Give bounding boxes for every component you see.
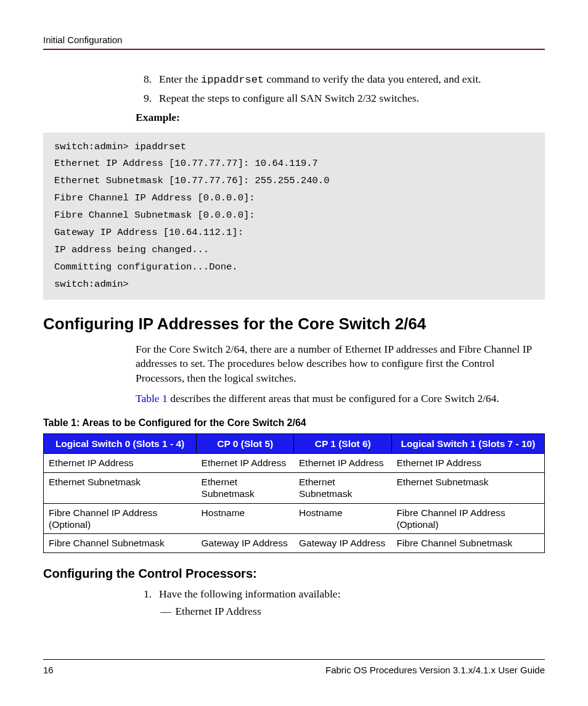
body-indent-block-2: For the Core Switch 2/64, there are a nu… [136, 342, 545, 407]
table-cell: Fibre Channel IP Address (Optional) [44, 503, 197, 534]
config-areas-table: Logical Switch 0 (Slots 1 - 4) CP 0 (Slo… [43, 433, 545, 553]
table-cell: Ethernet IP Address [197, 454, 294, 472]
sub-item-text: Ethernet IP Address [175, 605, 261, 617]
step-number: 9. [136, 91, 152, 106]
page-number: 16 [43, 665, 54, 675]
header-divider [43, 49, 545, 50]
table-caption: Table 1: Areas to be Configured for the … [43, 417, 545, 429]
col-header: Logical Switch 1 (Slots 7 - 10) [391, 434, 544, 454]
step-text-post: command to verify the data you entered, … [264, 73, 481, 85]
paragraph: Table 1 describes the different areas th… [136, 392, 545, 406]
table-cell: Hostname [294, 503, 391, 534]
table-ref-link[interactable]: Table 1 [136, 392, 168, 404]
paragraph-rest: describes the different areas that must … [168, 392, 499, 404]
col-header: CP 0 (Slot 5) [197, 434, 294, 454]
step-text: Repeat the steps to configure all SAN Sw… [159, 91, 545, 106]
example-label: Example: [136, 111, 545, 124]
doc-title: Fabric OS Procedures Version 3.1.x/4.1.x… [325, 665, 545, 675]
table-cell: Gateway IP Address [294, 534, 391, 552]
body-indent-block-3: 1. Have the following information availa… [136, 587, 545, 618]
table-cell: Ethernet IP Address [391, 454, 544, 472]
table-row: Ethernet Subnetmask Ethernet Subnetmask … [44, 472, 545, 503]
table-cell: Ethernet IP Address [294, 454, 391, 472]
code-block: switch:admin> ipaddrset Ethernet IP Addr… [43, 133, 545, 300]
table-cell: Fibre Channel IP Address (Optional) [391, 503, 544, 534]
step-9: 9. Repeat the steps to configure all SAN… [136, 91, 545, 106]
table-cell: Fibre Channel Subnetmask [391, 534, 544, 552]
table-row: Ethernet IP Address Ethernet IP Address … [44, 454, 545, 472]
table-cell: Ethernet Subnetmask [44, 472, 197, 503]
heading-configure-ip: Configuring IP Addresses for the Core Sw… [43, 314, 545, 334]
heading-control-processors: Configuring the Control Processors: [43, 567, 545, 581]
page-footer: 16 Fabric OS Procedures Version 3.1.x/4.… [43, 659, 545, 675]
step-text-pre: Enter the [159, 73, 201, 85]
step-text: Enter the ippaddrset command to verify t… [159, 72, 545, 88]
table-cell: Ethernet Subnetmask [197, 472, 294, 503]
table-cell: Ethernet IP Address [44, 454, 197, 472]
sub-list-item: — Ethernet IP Address [159, 605, 545, 618]
step-number: 1. [136, 587, 152, 602]
footer-row: 16 Fabric OS Procedures Version 3.1.x/4.… [43, 665, 545, 675]
paragraph: For the Core Switch 2/64, there are a nu… [136, 342, 545, 386]
table-cell: Gateway IP Address [197, 534, 294, 552]
step-number: 8. [136, 72, 152, 88]
dash-bullet: — [159, 605, 173, 618]
table-row: Fibre Channel Subnetmask Gateway IP Addr… [44, 534, 545, 552]
col-header: CP 1 (Slot 6) [294, 434, 391, 454]
step-1: 1. Have the following information availa… [136, 587, 545, 602]
table-row: Fibre Channel IP Address (Optional) Host… [44, 503, 545, 534]
table-cell: Hostname [197, 503, 294, 534]
table-cell: Ethernet Subnetmask [391, 472, 544, 503]
table-cell: Ethernet Subnetmask [294, 472, 391, 503]
running-header: Initial Configuration [43, 35, 545, 45]
table-header-row: Logical Switch 0 (Slots 1 - 4) CP 0 (Slo… [44, 434, 545, 454]
footer-divider [43, 659, 545, 660]
body-indent-block: 8. Enter the ippaddrset command to verif… [136, 72, 545, 124]
step-8: 8. Enter the ippaddrset command to verif… [136, 72, 545, 88]
table-cell: Fibre Channel Subnetmask [44, 534, 197, 552]
col-header: Logical Switch 0 (Slots 1 - 4) [44, 434, 197, 454]
inline-code: ippaddrset [201, 74, 264, 86]
step-text: Have the following information available… [159, 587, 545, 602]
